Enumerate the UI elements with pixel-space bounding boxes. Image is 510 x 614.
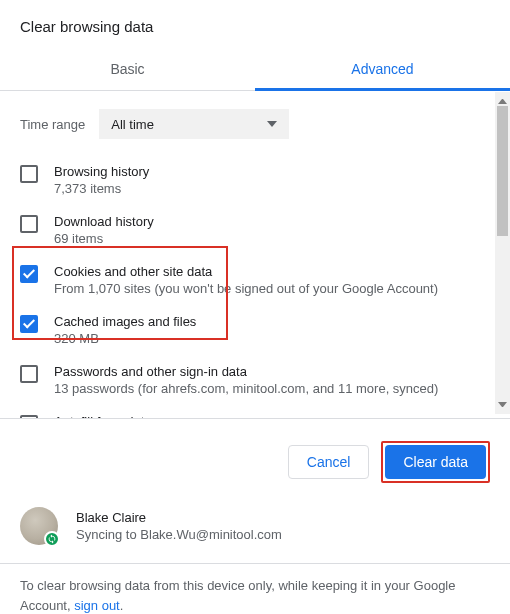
checkbox-download-history[interactable] [20,215,38,233]
scroll-down-icon[interactable] [498,402,507,411]
item-label: Autofill form data [54,414,152,418]
checkbox-autofill[interactable] [20,415,38,418]
account-name: Blake Claire [76,510,282,525]
item-sub: 69 items [54,231,154,246]
items-list: Browsing history 7,373 items Download hi… [0,155,510,418]
clear-browsing-data-dialog: Clear browsing data Basic Advanced Time … [0,0,510,614]
list-item: Browsing history 7,373 items [20,155,490,205]
list-item: Cookies and other site data From 1,070 s… [20,255,490,305]
item-sub: 13 passwords (for ahrefs.com, minitool.c… [54,381,438,396]
account-text: Blake Claire Syncing to Blake.Wu@minitoo… [76,510,282,542]
list-item: Download history 69 items [20,205,490,255]
scroll-area: Time range All time Browsing history 7,3… [0,91,510,418]
list-item: Passwords and other sign-in data 13 pass… [20,355,490,405]
account-row: Blake Claire Syncing to Blake.Wu@minitoo… [0,501,510,563]
account-sync: Syncing to Blake.Wu@minitool.com [76,527,282,542]
scrollbar[interactable] [495,92,510,414]
sync-badge-icon [44,531,60,547]
item-label: Cookies and other site data [54,264,438,279]
checkbox-passwords[interactable] [20,365,38,383]
item-label: Cached images and files [54,314,196,329]
list-item: Autofill form data [20,405,490,418]
sign-out-link[interactable]: sign out [74,598,120,613]
item-label: Passwords and other sign-in data [54,364,438,379]
checkbox-browsing-history[interactable] [20,165,38,183]
time-range-value: All time [111,117,154,132]
scroll-up-icon[interactable] [498,95,507,104]
checkbox-cache[interactable] [20,315,38,333]
annotation-highlight-button: Clear data [381,441,490,483]
time-range-select[interactable]: All time [99,109,289,139]
item-sub: 7,373 items [54,181,149,196]
time-range-label: Time range [20,117,85,132]
item-label: Download history [54,214,154,229]
item-sub: 320 MB [54,331,196,346]
tabs: Basic Advanced [0,49,510,91]
footer-note: To clear browsing data from this device … [0,564,510,614]
scrollbar-thumb[interactable] [497,106,508,236]
note-suffix: . [120,598,124,613]
chevron-down-icon [267,121,277,127]
footer-buttons: Cancel Clear data [0,419,510,501]
clear-data-button[interactable]: Clear data [385,445,486,479]
dialog-body: Time range All time Browsing history 7,3… [0,91,510,418]
item-label: Browsing history [54,164,149,179]
tab-basic[interactable]: Basic [0,49,255,90]
item-sub: From 1,070 sites (you won't be signed ou… [54,281,438,296]
cancel-button[interactable]: Cancel [288,445,370,479]
checkbox-cookies[interactable] [20,265,38,283]
time-range-row: Time range All time [0,91,510,155]
dialog-title: Clear browsing data [0,0,510,49]
avatar [20,507,58,545]
tab-advanced[interactable]: Advanced [255,49,510,91]
list-item: Cached images and files 320 MB [20,305,490,355]
